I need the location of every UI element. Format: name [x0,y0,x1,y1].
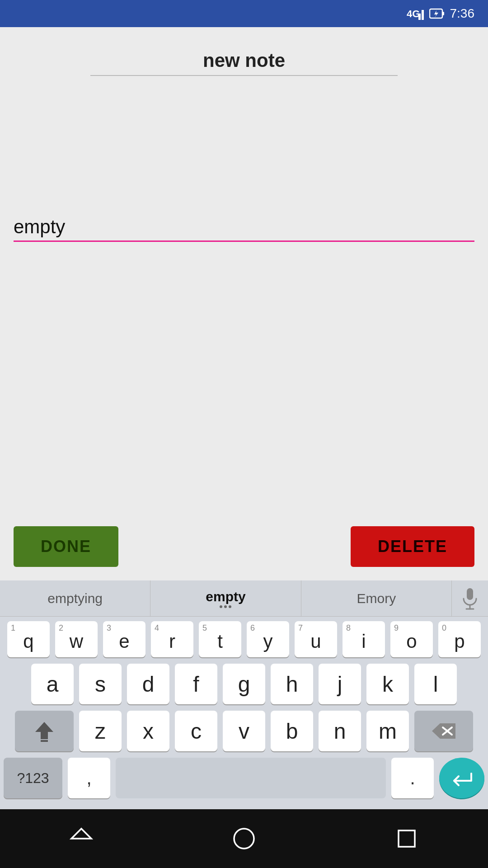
key-e[interactable]: 3 e [103,621,145,657]
input-text[interactable]: empty [14,216,474,241]
key-g[interactable]: g [223,664,265,704]
num-hint-6: 6 [250,623,255,633]
key-p[interactable]: 0 p [438,621,481,657]
keyboard-area: emptying empty Emory [0,580,488,809]
key-z[interactable]: z [79,711,122,751]
svg-rect-2 [422,10,424,20]
key-m[interactable]: m [366,711,409,751]
comma-key[interactable]: , [68,758,110,798]
time-display: 7:36 [450,6,475,21]
status-bar: 4G 7:36 [0,0,488,27]
num-hint-3: 3 [107,623,111,633]
input-underline [14,241,474,242]
note-content-area: empty [0,85,488,458]
svg-marker-9 [35,722,53,739]
svg-point-14 [234,829,254,849]
key-f[interactable]: f [175,664,217,704]
suggestions-bar: emptying empty Emory [0,580,488,617]
home-icon [230,825,258,852]
svg-rect-4 [442,12,444,15]
space-key[interactable] [116,758,386,798]
backspace-key[interactable] [414,711,473,751]
key-v[interactable]: v [223,711,265,751]
key-n[interactable]: n [319,711,361,751]
num-hint-7: 7 [298,623,303,633]
shift-key[interactable] [15,711,74,751]
back-button[interactable] [68,825,95,852]
key-row-2: a s d f g h j [4,664,484,704]
key-r[interactable]: 4 r [151,621,193,657]
svg-marker-5 [434,10,438,18]
key-u[interactable]: 7 u [295,621,337,657]
back-icon [68,825,95,852]
period-key[interactable]: . [391,758,434,798]
enter-key[interactable] [439,758,484,798]
num-hint-2: 2 [59,623,63,633]
suggestion-emory[interactable]: Emory [301,580,452,616]
key-t[interactable]: 5 t [199,621,241,657]
action-buttons: DONE DELETE [0,513,488,580]
num-hint-1: 1 [11,623,15,633]
recents-button[interactable] [393,825,420,852]
keyboard-keys: 1 q 2 w 3 e 4 r 5 t [0,617,488,809]
key-a[interactable]: a [31,664,74,704]
title-container: new note [0,27,488,85]
enter-icon [450,769,473,787]
key-w[interactable]: 2 w [55,621,98,657]
key-y[interactable]: 6 y [247,621,289,657]
key-l[interactable]: l [414,664,457,704]
symbol-label: ?123 [17,770,49,787]
key-o[interactable]: 9 o [390,621,433,657]
key-b[interactable]: b [271,711,313,751]
svg-marker-13 [71,829,91,839]
key-k[interactable]: k [366,664,409,704]
svg-rect-10 [41,740,48,742]
comma-label: , [86,767,92,789]
symbol-key[interactable]: ?123 [4,758,62,798]
svg-rect-15 [399,830,415,847]
microphone-icon [462,587,478,610]
key-q[interactable]: 1 q [7,621,50,657]
text-input-area[interactable]: empty [14,216,474,242]
shift-icon [33,719,56,743]
svg-rect-6 [467,588,473,600]
signal-icon: 4G [407,6,424,21]
battery-icon [429,6,445,21]
page-title: new note [90,50,398,76]
suggestion-empty[interactable]: empty [150,580,301,616]
key-row-3: z x c v b n m [4,711,484,751]
key-d[interactable]: d [127,664,169,704]
backspace-icon [430,722,457,741]
key-i[interactable]: 8 i [343,621,385,657]
key-j[interactable]: j [319,664,361,704]
app-area: new note empty DONE DELETE emptying empt… [0,27,488,809]
num-hint-9: 9 [394,623,399,633]
delete-button[interactable]: DELETE [351,526,474,567]
num-hint-5: 5 [202,623,207,633]
num-hint-0: 0 [442,623,446,633]
key-row-4: ?123 , . [4,758,484,798]
key-s[interactable]: s [79,664,122,704]
num-hint-4: 4 [155,623,159,633]
nav-bar [0,809,488,868]
done-button[interactable]: DONE [14,526,118,567]
key-row-1: 1 q 2 w 3 e 4 r 5 t [4,621,484,657]
home-button[interactable] [230,825,258,852]
num-hint-8: 8 [346,623,351,633]
key-h[interactable]: h [271,664,313,704]
period-label: . [410,767,415,789]
mic-button[interactable] [452,580,488,616]
key-x[interactable]: x [127,711,169,751]
suggestion-emptying[interactable]: emptying [0,580,150,616]
svg-rect-1 [418,14,421,20]
key-c[interactable]: c [175,711,217,751]
status-icons: 4G 7:36 [407,6,475,21]
svg-text:4G: 4G [407,8,420,19]
recents-icon [393,825,420,852]
